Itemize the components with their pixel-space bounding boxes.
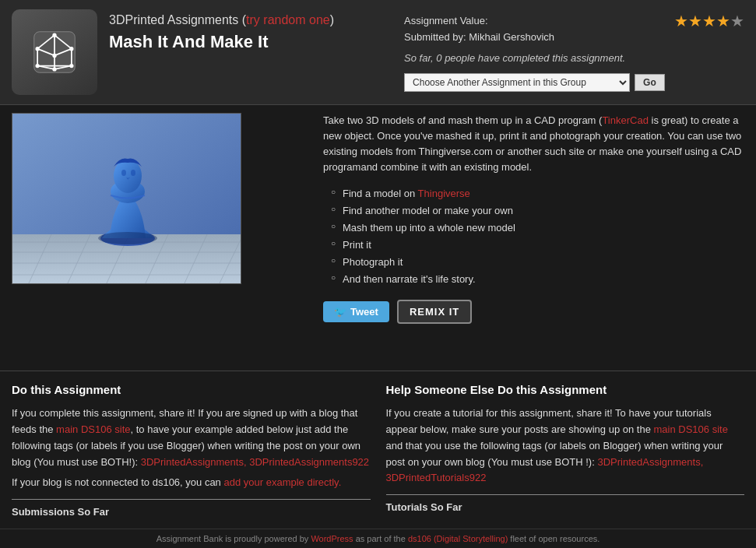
tinkercad-link[interactable]: TinkerCad: [602, 114, 648, 126]
left-column: [0, 105, 311, 371]
bottom-right: Help Someone Else Do this Assignment If …: [386, 381, 745, 521]
list-item: Find another model or make your own: [331, 202, 744, 220]
thingiverse-link-1[interactable]: Thingiverse: [418, 188, 470, 199]
page-wrapper: ★ ★ ★ ★ ★: [0, 0, 756, 548]
svg-point-16: [69, 64, 73, 68]
buttons-row: 🐦 Tweet REMIX IT: [323, 300, 744, 324]
list-item: Photograph it: [331, 254, 744, 271]
tags-link-left[interactable]: 3DPrintedAssignments, 3DPrintedAssignmen…: [141, 456, 369, 468]
header: ★ ★ ★ ★ ★: [0, 0, 756, 105]
assignment-image: [12, 113, 241, 284]
svg-point-13: [69, 47, 73, 51]
svg-point-17: [36, 64, 40, 68]
logo-box: [12, 9, 97, 95]
right-column: Take two 3D models of and mash them up i…: [311, 105, 756, 371]
footer-text1: Assignment Bank is proudly powered by: [156, 534, 311, 543]
help-assignment-heading: Help Someone Else Do this Assignment: [386, 381, 745, 399]
page-title: Mash It And Make It: [109, 32, 392, 52]
title-prefix: 3DPrinted Assignments (: [109, 13, 246, 26]
tutorials-label: Tutorials So Far: [386, 494, 745, 516]
dropdown-row: Choose Another Assignment in this Group …: [404, 73, 744, 92]
completed-text: So far, 0 people have completed this ass…: [404, 52, 744, 64]
main-ds106-link-left[interactable]: main DS106 site: [56, 423, 130, 435]
assignment-select[interactable]: Choose Another Assignment in this Group: [404, 73, 630, 92]
logo-icon: [27, 25, 82, 79]
random-link[interactable]: try random one: [246, 13, 330, 26]
star-1: ★: [674, 12, 688, 30]
ds106-link[interactable]: ds106 (Digital Storytelling): [408, 534, 508, 543]
bottom-section: Do this Assignment If you complete this …: [0, 371, 756, 529]
list-item: Find a model on Thingiverse: [331, 185, 744, 202]
twitter-bird-icon: 🐦: [334, 306, 346, 318]
svg-point-14: [36, 47, 40, 51]
svg-point-34: [121, 170, 126, 176]
svg-point-35: [131, 170, 135, 176]
do-assignment-heading: Do this Assignment: [12, 381, 371, 399]
wordpress-link[interactable]: WordPress: [311, 534, 353, 543]
description-paragraph: Take two 3D models of and mash them up i…: [323, 113, 744, 176]
blog-not-connected-text: If your blog is not connected to ds106, …: [12, 475, 371, 491]
star-rating: ★ ★ ★ ★ ★: [674, 12, 744, 30]
main-content: Take two 3D models of and mash them up i…: [0, 105, 756, 371]
submitted-by: Submitted by: Mikhail Gershovich: [404, 30, 744, 46]
tweet-label: Tweet: [350, 306, 378, 318]
text-part3: If your blog is not connected to ds106, …: [12, 476, 223, 488]
star-2: ★: [688, 12, 702, 30]
svg-point-33: [114, 159, 142, 193]
header-title-top: 3DPrinted Assignments (try random one): [109, 13, 392, 27]
list-item: Mash them up into a whole new model: [331, 220, 744, 237]
assignment-image-svg: [12, 114, 241, 284]
add-example-link[interactable]: add your example directly.: [223, 476, 341, 488]
star-3: ★: [702, 12, 716, 30]
header-title-area: 3DPrinted Assignments (try random one) M…: [109, 9, 392, 52]
footer-text2: as part of the: [353, 534, 408, 543]
remix-button[interactable]: REMIX IT: [397, 300, 472, 324]
help-assignment-text: If you create a tutorial for this assign…: [386, 406, 745, 487]
footer: Assignment Bank is proudly powered by Wo…: [0, 529, 756, 548]
do-assignment-text: If you complete this assignment, share i…: [12, 406, 371, 470]
star-4: ★: [716, 12, 730, 30]
title-suffix: ): [330, 13, 334, 26]
svg-point-12: [52, 33, 56, 37]
submissions-label: Submissions So Far: [12, 499, 371, 521]
list-item: Print it: [331, 237, 744, 254]
svg-point-15: [52, 54, 56, 58]
svg-point-18: [52, 67, 56, 71]
tweet-button[interactable]: 🐦 Tweet: [323, 301, 389, 322]
bottom-left: Do this Assignment If you complete this …: [12, 381, 371, 521]
svg-point-36: [98, 232, 157, 244]
footer-text3: fleet of open resources.: [508, 534, 600, 543]
go-button[interactable]: Go: [635, 74, 665, 91]
list-item: And then narrate it's life story.: [331, 271, 744, 288]
bullet-list: Find a model on Thingiverse Find another…: [323, 185, 744, 289]
star-5: ★: [730, 12, 744, 30]
main-ds106-link-right[interactable]: main DS106 site: [654, 423, 728, 435]
